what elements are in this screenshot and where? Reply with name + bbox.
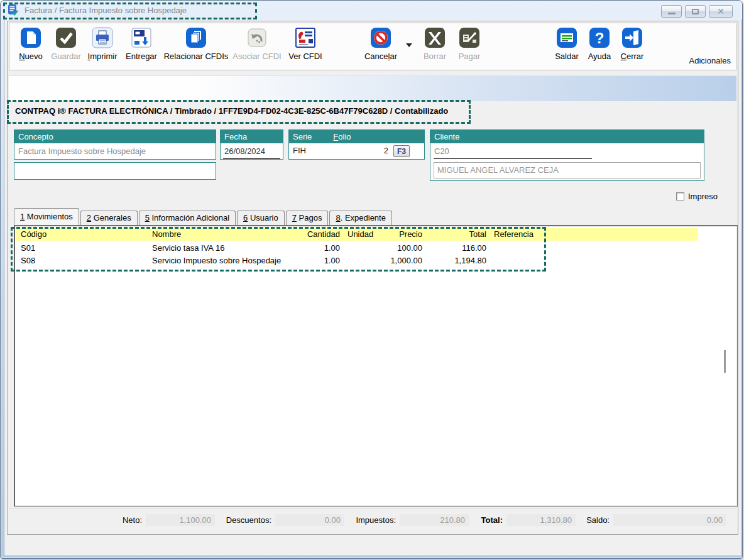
saldo-label: Saldo: [581, 515, 613, 525]
pagar-button: Pagar [454, 27, 484, 61]
impuestos-label: Impuestos: [349, 515, 400, 525]
window-title: Factura / Factura Impuesto sobre Hospeda… [25, 6, 187, 15]
col-codigo: Código [16, 228, 147, 241]
cliente-code-underline [434, 158, 592, 159]
totals-bar: Neto: 1,100.00 Descuentos: 0.00 Impuesto… [108, 513, 726, 526]
saldo-value: 0.00 [613, 514, 726, 526]
tab-expediente[interactable]: 8. Expediente [329, 211, 392, 225]
fecha-input[interactable]: 26/08/2024 [221, 143, 283, 159]
close-button[interactable]: ✕ [709, 5, 733, 18]
associate-undo-arrow-icon [246, 27, 268, 48]
folio-label: Folio [333, 130, 351, 143]
col-referencia: Referencia [486, 228, 543, 241]
cliente-label: Cliente [434, 130, 459, 143]
folio-input[interactable]: 2 [363, 146, 388, 155]
stacked-documents-icon [185, 27, 207, 48]
title-bar: Factura / Factura Impuesto sobre Hospeda… [1, 1, 742, 19]
impreso-checkbox[interactable] [676, 192, 684, 200]
nuevo-button[interactable]: Nuevo [14, 27, 47, 61]
tab-generales[interactable]: 2 Generales [80, 211, 138, 225]
impreso-label: Impreso [688, 192, 718, 201]
toolbar: Nuevo Guardar [9, 23, 736, 70]
cancel-prohibition-icon [370, 27, 391, 48]
imprimir-button[interactable]: Imprimir [85, 27, 120, 61]
table-row[interactable]: S08 Servicio Impuesto sobre Hospedaje 1.… [16, 255, 698, 267]
fecha-underline [223, 158, 280, 159]
invoice-panel: Nuevo Guardar [7, 21, 738, 535]
invoice-app-icon [7, 4, 19, 16]
folio-f3-button[interactable]: F3 [393, 145, 410, 157]
serie-input[interactable]: FIH [293, 146, 306, 155]
app-window: Factura / Factura Impuesto sobre Hospeda… [0, 0, 743, 559]
view-cfdi-document-icon [295, 27, 316, 48]
deliver-icon [131, 27, 152, 48]
cliente-code-input[interactable]: C20 [430, 143, 704, 159]
save-check-icon [55, 27, 77, 48]
col-cantidad: Cantidad [301, 228, 340, 241]
fecha-group: Fecha 26/08/2024 [220, 129, 283, 160]
close-icon: ✕ [717, 7, 725, 16]
window-content: Nuevo Guardar [4, 19, 741, 556]
impuestos-value: 210.80 [400, 514, 469, 526]
cliente-name-input[interactable]: MIGUEL ANGEL ALVAREZ CEJA [434, 162, 701, 178]
relacionar-cfdis-button[interactable]: Relacionar CFDIs [163, 27, 229, 61]
help-question-icon: ? [589, 27, 610, 48]
cancelar-button[interactable]: Cancelar [361, 27, 400, 61]
pay-icon [459, 27, 480, 48]
col-total: Total [422, 228, 486, 241]
tab-movimientos[interactable]: 1 Movimientos [14, 208, 79, 225]
delete-x-icon [424, 27, 446, 48]
col-unidad: Unidad [340, 228, 384, 241]
concepto-input[interactable]: Factura Impuesto sobre Hospedaje [14, 143, 216, 159]
tab-strip: 1 Movimientos 2 Generales 5 Información … [14, 208, 393, 225]
guardar-button: Guardar [48, 27, 84, 61]
maximize-icon [692, 9, 699, 14]
descuentos-value: 0.00 [275, 514, 344, 526]
concepto-label: Concepto [18, 130, 53, 143]
adicionales-label[interactable]: Adicionales [689, 56, 731, 65]
tab-informacion-adicional[interactable]: 5 Información Adicional [139, 211, 236, 225]
svg-text:?: ? [595, 30, 604, 47]
total-label: Total: [474, 515, 506, 525]
settle-card-icon [556, 27, 577, 48]
asociar-cfdi-button: Asociar CFDI [231, 27, 283, 61]
printer-icon [92, 27, 113, 48]
status-banner: CONTPAQ i® FACTURA ELECTRÓNICA / Timbrad… [15, 106, 448, 116]
descuentos-label: Descuentos: [220, 515, 275, 525]
col-precio: Precio [384, 228, 422, 241]
cliente-group: Cliente C20 MIGUEL ANGEL ALVAREZ CEJA [430, 129, 704, 181]
serie-folio-group: Serie Folio FIH 2 F3 [288, 129, 425, 160]
entregar-button[interactable]: Entregar [123, 27, 160, 61]
col-nombre: Nombre [147, 228, 301, 241]
totals-divider [9, 508, 736, 508]
header-band [9, 75, 736, 101]
fecha-label: Fecha [224, 130, 247, 143]
total-value: 1,310.80 [506, 514, 576, 526]
concepto-group: Concepto Factura Impuesto sobre Hospedaj… [14, 129, 216, 160]
neto-label: Neto: [108, 515, 146, 525]
tab-pagos[interactable]: 7 Pagos [286, 211, 329, 225]
movimientos-table: Código Nombre Cantidad Unidad Precio Tot… [14, 225, 738, 507]
exit-door-icon [621, 27, 643, 48]
minimize-button[interactable] [661, 5, 682, 18]
borrar-button: Borrar [419, 27, 451, 61]
serie-label: Serie [293, 130, 312, 143]
scrollbar-thumb[interactable] [724, 350, 726, 373]
saldar-button[interactable]: Saldar [551, 27, 583, 61]
ver-cfdi-button[interactable]: Ver CFDI [286, 27, 325, 61]
tab-usuario[interactable]: 6 Usuario [237, 211, 285, 225]
cancelar-dropdown-arrow[interactable] [406, 43, 412, 47]
new-document-icon [20, 27, 41, 48]
concepto-extra-input[interactable] [14, 162, 216, 180]
minimize-icon [668, 13, 676, 14]
maximize-button[interactable] [685, 5, 706, 18]
table-header-row: Código Nombre Cantidad Unidad Precio Tot… [16, 228, 698, 241]
ayuda-button[interactable]: ? Ayuda [585, 27, 614, 61]
table-row[interactable]: S01 Servicio tasa IVA 16 1.00 100.00 116… [16, 242, 698, 255]
neto-value: 1,100.00 [146, 514, 215, 526]
cerrar-button[interactable]: Cerrar [616, 27, 648, 61]
